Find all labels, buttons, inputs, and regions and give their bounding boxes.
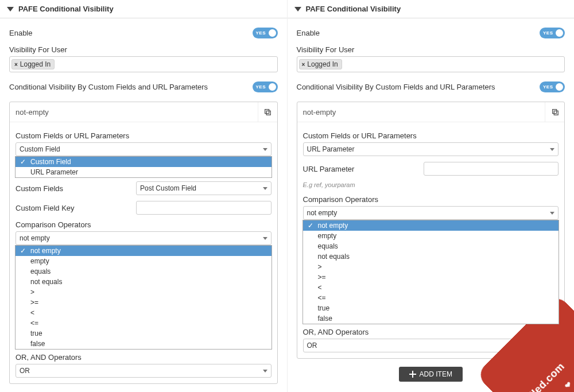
toggle-knob-icon <box>556 83 563 91</box>
dropdown-option[interactable]: true <box>15 328 272 339</box>
dropdown-option[interactable]: < <box>303 282 559 293</box>
dropdown-option[interactable]: true <box>303 303 559 313</box>
toggle-yes-text: YES <box>543 84 553 90</box>
select-value: Custom Field <box>20 145 60 153</box>
enable-toggle[interactable]: YES <box>540 28 565 38</box>
chevron-down-icon <box>263 370 267 372</box>
custom-fields-or-url-select[interactable]: Custom Field <box>15 142 272 156</box>
svg-rect-0 <box>265 110 269 114</box>
option-label: empty <box>318 232 337 240</box>
option-label: < <box>30 309 34 317</box>
option-label: not empty <box>30 247 61 255</box>
comparison-operators-dropdown: ✓not emptyemptyequalsnot equals>>=<<=tru… <box>302 220 560 324</box>
enable-label: Enable <box>9 29 253 37</box>
section-header-right[interactable]: PAFE Conditional Visibility <box>288 0 575 18</box>
enable-toggle[interactable]: YES <box>253 28 278 38</box>
option-label: not empty <box>318 222 348 230</box>
option-label: not equals <box>318 253 350 261</box>
dropdown-option[interactable]: > <box>303 262 559 272</box>
option-label: URL Parameter <box>30 168 78 176</box>
visibility-for-user-input[interactable]: × Logged In <box>297 56 565 72</box>
dropdown-option-custom-field[interactable]: ✓ Custom Field <box>15 157 272 167</box>
chevron-down-icon <box>263 187 267 190</box>
dropdown-option[interactable]: equals <box>15 266 272 277</box>
option-label: < <box>318 284 322 292</box>
chevron-down-icon <box>550 148 554 151</box>
chip-logged-in[interactable]: × Logged In <box>11 59 55 69</box>
toggle-yes-text: YES <box>256 84 266 90</box>
chip-remove-icon[interactable]: × <box>302 61 305 68</box>
chip-remove-icon[interactable]: × <box>14 61 18 68</box>
dropdown-option-url-parameter[interactable]: URL Parameter <box>15 167 272 177</box>
svg-rect-2 <box>552 110 556 114</box>
dropdown-option[interactable]: ✓not empty <box>15 246 272 256</box>
cond-vis-toggle[interactable]: YES <box>540 81 565 92</box>
option-label: false <box>318 315 332 323</box>
dropdown-option[interactable]: <= <box>15 318 272 328</box>
option-label: empty <box>30 257 49 265</box>
panel-title[interactable]: not-empty <box>297 103 545 121</box>
svg-rect-1 <box>266 111 270 115</box>
custom-field-key-input[interactable] <box>136 201 272 215</box>
dropdown-option[interactable]: > <box>15 287 272 297</box>
section-header-left[interactable]: PAFE Conditional Visibility <box>0 0 287 18</box>
option-label: not equals <box>30 278 62 286</box>
dropdown-option[interactable]: < <box>15 308 272 318</box>
or-and-select[interactable]: OR <box>303 339 559 352</box>
check-icon: ✓ <box>308 222 315 230</box>
add-item-button[interactable]: ADD ITEM <box>399 367 463 382</box>
duplicate-button[interactable] <box>545 102 564 122</box>
chip-label: Logged In <box>307 60 338 68</box>
comparison-operators-select[interactable]: not empty <box>15 231 272 245</box>
url-parameter-label: URL Parameter <box>303 165 424 173</box>
dropdown-option[interactable]: ✓not empty <box>303 220 559 231</box>
copy-icon <box>263 108 272 116</box>
caret-down-icon <box>294 7 301 11</box>
custom-fields-label: Custom Fields <box>15 184 136 193</box>
option-label: equals <box>30 267 51 275</box>
visibility-for-user-label: Visibility For User <box>9 45 278 54</box>
toggle-knob-icon <box>269 29 276 37</box>
dropdown-option[interactable]: equals <box>303 241 559 251</box>
url-parameter-input[interactable] <box>424 162 559 176</box>
toggle-knob-icon <box>269 83 276 91</box>
condition-panel: not-empty Custom Fields or URL Parameter… <box>9 102 278 384</box>
chevron-down-icon <box>550 344 554 347</box>
option-label: <= <box>318 294 326 302</box>
select-value: URL Parameter <box>307 145 355 153</box>
dropdown-option[interactable]: >= <box>303 272 559 282</box>
cond-vis-label: Conditional Visibility By Custom Fields … <box>9 83 253 91</box>
dropdown-option[interactable]: not equals <box>15 277 272 287</box>
svg-rect-3 <box>554 111 558 115</box>
custom-field-key-label: Custom Field Key <box>15 204 136 212</box>
custom-fields-or-url-label: Custom Fields or URL Parameters <box>15 131 272 140</box>
dropdown-option[interactable]: empty <box>303 231 559 241</box>
custom-fields-or-url-dropdown: ✓ Custom Field URL Parameter <box>15 156 272 178</box>
dropdown-option[interactable]: empty <box>15 256 272 266</box>
dropdown-option[interactable]: false <box>303 313 559 324</box>
custom-fields-or-url-label: Custom Fields or URL Parameters <box>303 131 559 140</box>
dropdown-option[interactable]: not equals <box>303 251 559 262</box>
select-value: not empty <box>20 234 50 242</box>
chip-logged-in[interactable]: × Logged In <box>299 59 342 69</box>
duplicate-button[interactable] <box>258 102 277 122</box>
option-label: >= <box>30 298 38 306</box>
panel-title[interactable]: not-empty <box>10 103 258 121</box>
comparison-operators-select[interactable]: not empty <box>303 206 559 220</box>
dropdown-option[interactable]: >= <box>15 297 272 308</box>
custom-fields-or-url-select[interactable]: URL Parameter <box>303 142 559 156</box>
condition-panel: not-empty Custom Fields or URL Parameter… <box>297 102 565 359</box>
cond-vis-label: Conditional Visibility By Custom Fields … <box>297 83 540 91</box>
dropdown-option[interactable]: false <box>15 339 272 349</box>
cond-vis-toggle[interactable]: YES <box>253 81 278 92</box>
or-and-label: OR, AND Operators <box>303 328 559 336</box>
option-label: <= <box>30 319 38 327</box>
custom-fields-select[interactable]: Post Custom Field <box>136 181 272 195</box>
dropdown-option[interactable]: <= <box>303 293 559 303</box>
chevron-down-icon <box>263 237 267 240</box>
or-and-select[interactable]: OR <box>15 364 272 378</box>
add-item-label: ADD ITEM <box>420 370 452 378</box>
option-label: > <box>30 288 34 296</box>
check-icon: ✓ <box>20 158 27 166</box>
visibility-for-user-input[interactable]: × Logged In <box>9 56 278 72</box>
